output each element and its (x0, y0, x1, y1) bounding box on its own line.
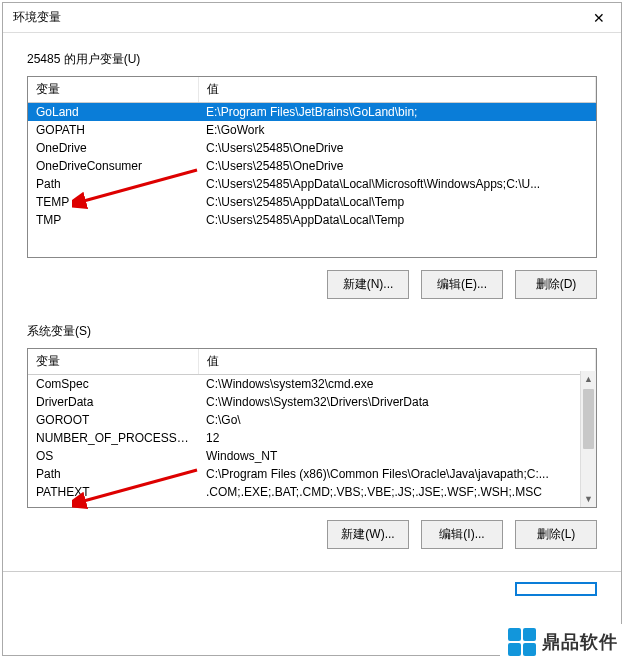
table-row[interactable]: OSWindows_NT (28, 447, 596, 465)
table-row[interactable]: TMPC:\Users\25485\AppData\Local\Temp (28, 211, 596, 229)
table-row[interactable]: ComSpecC:\Windows\system32\cmd.exe (28, 375, 596, 394)
var-name-cell: GoLand (28, 103, 198, 122)
var-value-cell: 12 (198, 429, 596, 447)
scroll-down-icon[interactable]: ▼ (581, 491, 596, 507)
user-vars-table-wrap: 变量 值 GoLandE:\Program Files\JetBrains\Go… (27, 76, 597, 258)
var-name-cell: Path (28, 175, 198, 193)
var-value-cell: E:\Program Files\JetBrains\GoLand\bin; (198, 103, 596, 122)
window-title: 环境变量 (13, 9, 61, 26)
var-name-cell: DriverData (28, 393, 198, 411)
var-value-cell: C:\Users\25485\AppData\Local\Temp (198, 211, 596, 229)
var-name-cell: ComSpec (28, 375, 198, 394)
table-row[interactable]: OneDriveC:\Users\25485\OneDrive (28, 139, 596, 157)
var-value-cell: C:\Users\25485\OneDrive (198, 157, 596, 175)
sys-scrollbar[interactable]: ▲ ▼ (580, 371, 596, 507)
table-row[interactable]: DriverDataC:\Windows\System32\Drivers\Dr… (28, 393, 596, 411)
sys-vars-table-wrap: 变量 值 ComSpecC:\Windows\system32\cmd.exeD… (27, 348, 597, 508)
sys-vars-table: 变量 值 ComSpecC:\Windows\system32\cmd.exeD… (28, 349, 596, 501)
watermark-logo-icon (508, 628, 536, 656)
var-value-cell: C:\Users\25485\OneDrive (198, 139, 596, 157)
var-name-cell: OneDriveConsumer (28, 157, 198, 175)
var-name-cell: OS (28, 447, 198, 465)
user-col-value[interactable]: 值 (198, 77, 596, 103)
var-name-cell: TMP (28, 211, 198, 229)
table-row[interactable]: PathC:\Program Files (x86)\Common Files\… (28, 465, 596, 483)
var-value-cell: C:\Users\25485\AppData\Local\Temp (198, 193, 596, 211)
sys-new-button[interactable]: 新建(W)... (327, 520, 409, 549)
var-name-cell: GOPATH (28, 121, 198, 139)
table-row[interactable]: GOPATHE:\GoWork (28, 121, 596, 139)
close-button[interactable]: ✕ (577, 3, 621, 33)
user-vars-label: 25485 的用户变量(U) (27, 51, 597, 68)
var-name-cell: PATHEXT (28, 483, 198, 501)
dialog-bottom-row (3, 571, 621, 596)
table-row[interactable]: TEMPC:\Users\25485\AppData\Local\Temp (28, 193, 596, 211)
user-col-variable[interactable]: 变量 (28, 77, 198, 103)
watermark: 鼎品软件 (500, 624, 626, 660)
titlebar: 环境变量 ✕ (3, 3, 621, 33)
watermark-text: 鼎品软件 (542, 630, 618, 654)
table-row[interactable]: GoLandE:\Program Files\JetBrains\GoLand\… (28, 103, 596, 122)
close-icon: ✕ (593, 10, 605, 26)
ok-button[interactable] (515, 582, 597, 596)
var-name-cell: NUMBER_OF_PROCESSORS (28, 429, 198, 447)
var-value-cell: E:\GoWork (198, 121, 596, 139)
sys-col-variable[interactable]: 变量 (28, 349, 198, 375)
var-value-cell: C:\Go\ (198, 411, 596, 429)
table-row[interactable]: OneDriveConsumerC:\Users\25485\OneDrive (28, 157, 596, 175)
user-vars-table: 变量 值 GoLandE:\Program Files\JetBrains\Go… (28, 77, 596, 229)
table-row[interactable]: PATHEXT.COM;.EXE;.BAT;.CMD;.VBS;.VBE;.JS… (28, 483, 596, 501)
var-value-cell: C:\Program Files (x86)\Common Files\Orac… (198, 465, 596, 483)
env-vars-dialog: 环境变量 ✕ 25485 的用户变量(U) 变量 值 GoLandE:\Prog… (2, 2, 622, 656)
user-buttons-row: 新建(N)... 编辑(E)... 删除(D) (27, 270, 597, 299)
user-delete-button[interactable]: 删除(D) (515, 270, 597, 299)
var-value-cell: C:\Windows\system32\cmd.exe (198, 375, 596, 394)
var-value-cell: .COM;.EXE;.BAT;.CMD;.VBS;.VBE;.JS;.JSE;.… (198, 483, 596, 501)
table-row[interactable]: PathC:\Users\25485\AppData\Local\Microso… (28, 175, 596, 193)
var-value-cell: Windows_NT (198, 447, 596, 465)
user-new-button[interactable]: 新建(N)... (327, 270, 409, 299)
table-row[interactable]: NUMBER_OF_PROCESSORS12 (28, 429, 596, 447)
sys-vars-label: 系统变量(S) (27, 323, 597, 340)
var-value-cell: C:\Users\25485\AppData\Local\Microsoft\W… (198, 175, 596, 193)
table-row[interactable]: GOROOTC:\Go\ (28, 411, 596, 429)
sys-edit-button[interactable]: 编辑(I)... (421, 520, 503, 549)
scroll-thumb[interactable] (583, 389, 594, 449)
var-name-cell: GOROOT (28, 411, 198, 429)
var-value-cell: C:\Windows\System32\Drivers\DriverData (198, 393, 596, 411)
dialog-content: 25485 的用户变量(U) 变量 值 GoLandE:\Program Fil… (3, 33, 621, 571)
scroll-up-icon[interactable]: ▲ (581, 371, 596, 387)
sys-delete-button[interactable]: 删除(L) (515, 520, 597, 549)
var-name-cell: Path (28, 465, 198, 483)
var-name-cell: TEMP (28, 193, 198, 211)
sys-col-value[interactable]: 值 (198, 349, 596, 375)
user-edit-button[interactable]: 编辑(E)... (421, 270, 503, 299)
var-name-cell: OneDrive (28, 139, 198, 157)
sys-buttons-row: 新建(W)... 编辑(I)... 删除(L) (27, 520, 597, 549)
